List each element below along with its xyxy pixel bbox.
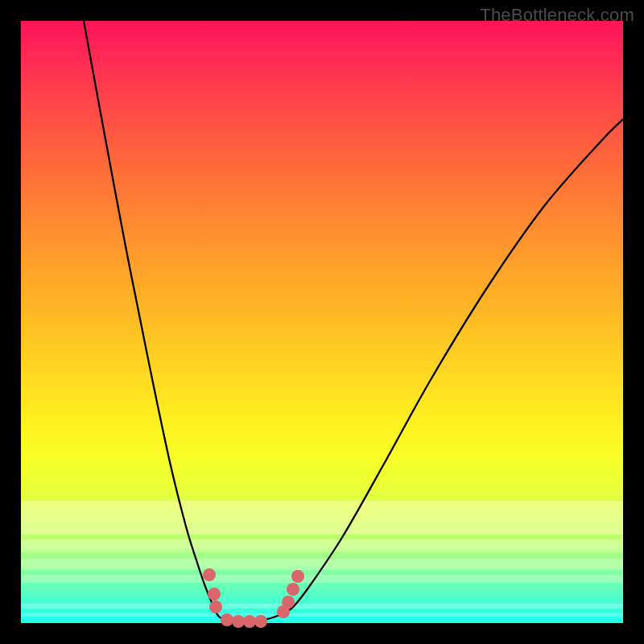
- data-marker: [254, 615, 267, 628]
- overlay-band: [21, 539, 623, 552]
- bottleneck-curve: [84, 21, 623, 621]
- overlay-band: [21, 604, 623, 609]
- data-marker: [232, 615, 245, 628]
- data-marker: [282, 596, 295, 609]
- marker-group: [203, 568, 304, 628]
- plot-area: [21, 21, 623, 623]
- chart-svg: [21, 21, 623, 623]
- data-marker: [203, 568, 216, 581]
- overlay-band: [21, 613, 623, 617]
- data-marker: [277, 605, 290, 618]
- figure-root: TheBottleneck.com: [0, 0, 644, 644]
- data-marker: [221, 613, 233, 626]
- data-marker: [287, 583, 299, 596]
- overlay-band: [21, 501, 623, 535]
- overlay-band: [21, 575, 623, 583]
- data-marker: [291, 570, 304, 583]
- overlay-band: [21, 559, 623, 570]
- data-marker: [208, 588, 221, 601]
- data-marker: [209, 601, 222, 613]
- data-marker: [243, 615, 256, 628]
